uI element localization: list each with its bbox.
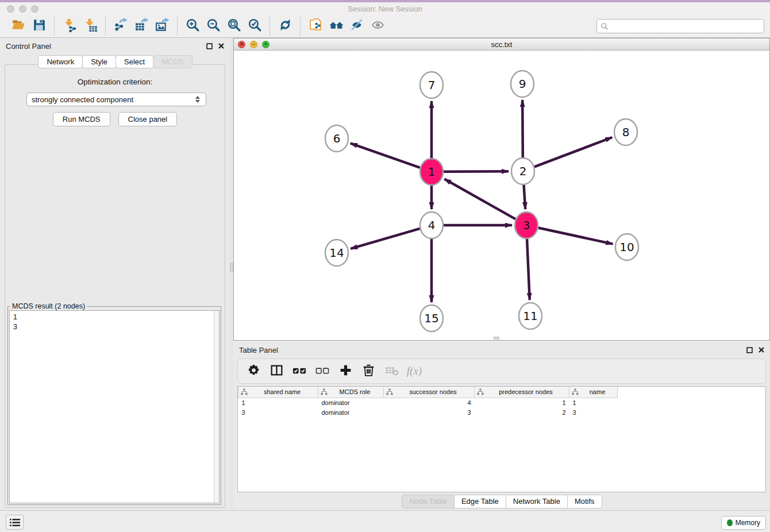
zoom-in-button[interactable] xyxy=(183,18,202,35)
memory-button[interactable]: Memory xyxy=(721,516,766,530)
network-frame-titlebar[interactable]: ✕ − + scc.txt xyxy=(234,38,769,51)
zoom-fit-button[interactable] xyxy=(225,18,243,35)
hide-details-button[interactable] xyxy=(348,18,366,35)
graph-node-1[interactable]: 1 xyxy=(420,159,443,185)
table-row[interactable]: 3dominator323 xyxy=(238,407,618,417)
mcds-result-area[interactable]: 13 xyxy=(9,310,220,503)
toggle-panel-button[interactable] xyxy=(267,361,286,381)
open-session-button[interactable] xyxy=(9,18,28,35)
table-cell[interactable]: 3 xyxy=(238,407,318,417)
node-label: 1 xyxy=(428,165,436,179)
delete-table-button xyxy=(382,361,401,381)
edge-3-11[interactable] xyxy=(527,239,530,300)
float-panel-icon[interactable] xyxy=(206,43,213,49)
close-panel-icon[interactable] xyxy=(218,43,224,49)
mcds-panel: Optimization criterion: strongly connect… xyxy=(5,64,225,508)
tab-network[interactable]: Network xyxy=(38,55,83,68)
titlebar: Session: New Session xyxy=(0,2,770,15)
edge-4-14[interactable] xyxy=(351,229,419,249)
show-log-button[interactable] xyxy=(6,515,24,530)
add-column-button[interactable] xyxy=(336,361,355,381)
import-network-button[interactable] xyxy=(60,18,79,35)
table-cell[interactable]: 1 xyxy=(475,398,569,407)
tab-style[interactable]: Style xyxy=(82,55,116,68)
run-mcds-button[interactable]: Run MCDS xyxy=(53,112,110,126)
toolbar-separator xyxy=(105,17,106,36)
tab-network-table[interactable]: Network Table xyxy=(506,495,568,508)
tab-edge-table[interactable]: Edge Table xyxy=(454,495,506,508)
table-row[interactable]: 1dominator411 xyxy=(238,398,618,407)
graph-node-8[interactable]: 8 xyxy=(614,119,637,145)
tab-mcds[interactable]: MCDS xyxy=(153,55,192,68)
import-table-icon xyxy=(83,18,98,34)
search-input[interactable] xyxy=(609,20,764,33)
node-label: 15 xyxy=(424,311,438,325)
network-canvas[interactable]: 7968124314101511 xyxy=(234,51,769,340)
export-image-button[interactable] xyxy=(153,18,171,35)
column-header-shared-name[interactable]: shared name xyxy=(238,387,318,398)
table-cell[interactable]: 1 xyxy=(569,398,618,407)
criterion-dropdown[interactable]: strongly connected component xyxy=(26,92,206,106)
network-file-button[interactable] xyxy=(306,18,325,35)
node-label: 11 xyxy=(523,309,537,323)
edge-1-2[interactable] xyxy=(444,171,509,172)
search-box[interactable] xyxy=(596,19,764,33)
column-header-predecessor-nodes[interactable]: predecessor nodes xyxy=(475,387,569,398)
tab-node-table[interactable]: Node Table xyxy=(402,495,455,508)
close-table-panel-icon[interactable] xyxy=(759,347,764,353)
graph-node-4[interactable]: 4 xyxy=(420,212,443,238)
tab-motifs[interactable]: Motifs xyxy=(567,495,602,508)
export-table-button[interactable] xyxy=(132,18,151,35)
edge-2-8[interactable] xyxy=(534,137,612,167)
table-cell[interactable]: 3 xyxy=(384,407,475,417)
show-details-button[interactable] xyxy=(368,18,387,35)
save-session-button[interactable] xyxy=(30,18,48,35)
table-cell[interactable]: dominator xyxy=(318,398,384,407)
select-all-button[interactable] xyxy=(290,361,309,381)
zoom-out-button[interactable] xyxy=(204,18,222,35)
edge-2-3[interactable] xyxy=(524,185,526,209)
graph-node-9[interactable]: 9 xyxy=(511,71,534,97)
mcds-result-line: 3 xyxy=(13,322,215,332)
graph-node-6[interactable]: 6 xyxy=(325,125,348,152)
graph-node-14[interactable]: 14 xyxy=(325,240,348,266)
column-header-name[interactable]: name xyxy=(569,387,618,398)
horizontal-splitter-handle[interactable] xyxy=(494,337,499,340)
graph-node-15[interactable]: 15 xyxy=(420,305,443,331)
edge-2-9[interactable] xyxy=(522,100,523,157)
node-table[interactable]: shared nameMCDS rolesuccessor nodesprede… xyxy=(238,387,618,417)
column-header-MCDS-role[interactable]: MCDS role xyxy=(318,387,384,398)
tab-select[interactable]: Select xyxy=(116,55,153,68)
graph-node-11[interactable]: 11 xyxy=(519,303,542,329)
import-table-button[interactable] xyxy=(81,18,99,35)
column-header-successor-nodes[interactable]: successor nodes xyxy=(384,387,475,398)
column-type-icon xyxy=(572,388,579,395)
edge-3-1[interactable] xyxy=(444,179,515,219)
zoom-out-icon xyxy=(206,18,221,34)
graph-node-3[interactable]: 3 xyxy=(515,212,538,238)
network-graph[interactable]: 7968124314101511 xyxy=(234,51,769,340)
zoom-selected-button[interactable] xyxy=(245,18,264,35)
float-table-panel-icon[interactable] xyxy=(746,347,753,353)
table-cell[interactable]: 4 xyxy=(384,398,475,407)
close-panel-button[interactable]: Close panel xyxy=(118,112,178,126)
result-scrollbar[interactable] xyxy=(214,311,219,503)
table-cell[interactable]: 3 xyxy=(569,407,618,417)
toolbar-separator xyxy=(300,17,301,36)
list-icon xyxy=(9,518,21,527)
delete-column-button[interactable] xyxy=(359,361,378,381)
edge-3-10[interactable] xyxy=(538,228,613,244)
graph-node-2[interactable]: 2 xyxy=(511,158,534,184)
export-network-button[interactable] xyxy=(111,18,130,35)
column-type-icon xyxy=(386,388,393,395)
table-cell[interactable]: 1 xyxy=(238,398,318,407)
refresh-network-button[interactable] xyxy=(276,18,294,35)
graph-node-10[interactable]: 10 xyxy=(615,234,638,260)
table-cell[interactable]: dominator xyxy=(318,407,384,417)
table-cell[interactable]: 2 xyxy=(475,407,569,417)
edge-1-6[interactable] xyxy=(351,143,420,168)
table-options-gear-button[interactable] xyxy=(244,361,263,381)
deselect-all-button[interactable] xyxy=(313,361,332,381)
graph-node-7[interactable]: 7 xyxy=(420,72,443,98)
home-button[interactable] xyxy=(327,18,345,35)
